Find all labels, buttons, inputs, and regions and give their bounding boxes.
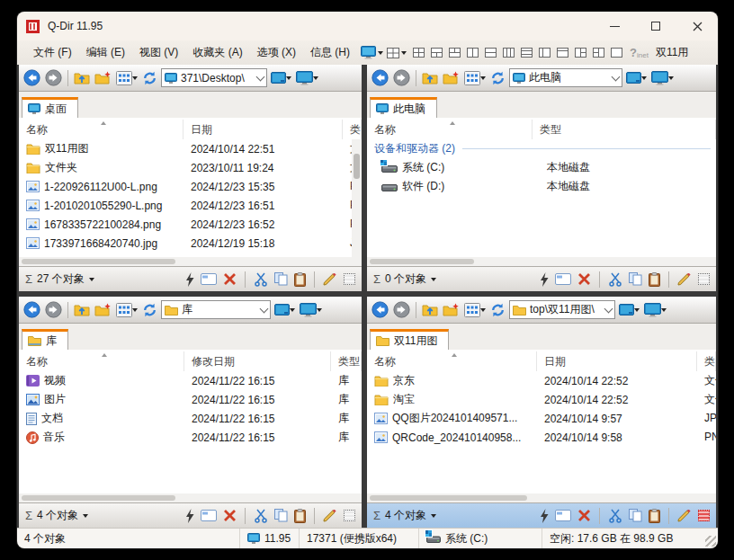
format-button[interactable] bbox=[323, 273, 337, 286]
cut-button[interactable] bbox=[608, 272, 622, 287]
rename-button[interactable] bbox=[201, 510, 217, 521]
column-date[interactable]: 日期 bbox=[537, 351, 697, 371]
file-row[interactable]: 1-220926112U00-L.png 2024/12/23 15:35 PN… bbox=[19, 177, 362, 196]
folder-view-small-button[interactable] bbox=[270, 71, 292, 84]
up-folder-button[interactable] bbox=[73, 302, 91, 317]
copy-button[interactable] bbox=[629, 509, 642, 522]
format-button[interactable] bbox=[323, 510, 337, 522]
tab-double11-images[interactable]: 双11用图 bbox=[370, 329, 449, 350]
address-bar[interactable]: top\双11用图\ bbox=[509, 300, 615, 319]
cut-button[interactable] bbox=[608, 509, 622, 523]
refresh-button[interactable] bbox=[489, 70, 506, 86]
layout-quad-dropdown-button[interactable] bbox=[387, 48, 407, 58]
layout-preset-12-button[interactable] bbox=[611, 48, 622, 58]
menu-file[interactable]: 文件 (F) bbox=[26, 42, 79, 63]
paste-button[interactable] bbox=[294, 509, 306, 523]
selection-grid-button[interactable] bbox=[698, 273, 710, 285]
delete-button[interactable] bbox=[577, 272, 591, 286]
up-folder-button[interactable] bbox=[73, 70, 91, 85]
folder-view-small-button[interactable] bbox=[625, 71, 648, 84]
forward-button[interactable] bbox=[44, 300, 63, 319]
library-row[interactable]: 图片 2024/11/22 16:15 库 bbox=[19, 390, 362, 409]
layout-preset-7-button[interactable] bbox=[521, 48, 533, 58]
views-button[interactable] bbox=[115, 70, 139, 86]
forward-button[interactable] bbox=[392, 68, 411, 87]
refresh-button[interactable] bbox=[141, 70, 158, 86]
rename-button[interactable] bbox=[555, 510, 571, 521]
column-type[interactable]: 类型 bbox=[697, 351, 716, 371]
back-button[interactable] bbox=[22, 300, 41, 319]
library-row[interactable]: 视频 2024/11/22 16:15 库 bbox=[19, 371, 362, 390]
refresh-button[interactable] bbox=[489, 302, 506, 318]
group-header[interactable]: 设备和驱动器 (2) bbox=[367, 139, 716, 158]
actions-button[interactable] bbox=[185, 272, 194, 287]
layout-preset-1-button[interactable] bbox=[413, 48, 425, 58]
format-button[interactable] bbox=[677, 273, 692, 286]
cut-button[interactable] bbox=[254, 272, 268, 287]
chevron-down-icon[interactable] bbox=[431, 514, 436, 518]
cut-button[interactable] bbox=[254, 509, 268, 523]
views-button[interactable] bbox=[115, 302, 139, 318]
column-date[interactable]: 修改日期 bbox=[184, 351, 331, 371]
layout-preset-2-button[interactable] bbox=[431, 48, 443, 58]
column-name[interactable]: 名称 bbox=[19, 120, 184, 139]
folder-view-small-button[interactable] bbox=[618, 303, 640, 316]
up-folder-button[interactable] bbox=[421, 70, 439, 85]
column-type[interactable]: 类型 bbox=[331, 351, 362, 371]
delete-button[interactable] bbox=[223, 272, 237, 286]
delete-button[interactable] bbox=[577, 509, 591, 522]
close-button[interactable] bbox=[676, 12, 718, 40]
horizontal-scrollbar[interactable] bbox=[19, 257, 362, 266]
folder-view-large-button[interactable] bbox=[299, 302, 323, 318]
column-type[interactable]: 类型 bbox=[533, 120, 716, 139]
layout-preset-5-button[interactable] bbox=[485, 48, 497, 58]
up-folder-button[interactable] bbox=[421, 302, 439, 317]
new-folder-button[interactable] bbox=[94, 302, 112, 317]
menu-favorites[interactable]: 收藏夹 (A) bbox=[185, 42, 249, 63]
file-row[interactable]: 1678335722100284.png 2024/12/23 16:52 PN… bbox=[19, 215, 362, 234]
layout-preset-3-button[interactable] bbox=[449, 48, 461, 58]
column-name[interactable]: 名称 bbox=[19, 351, 184, 371]
address-bar[interactable]: 库 bbox=[161, 300, 271, 319]
refresh-button[interactable] bbox=[141, 302, 158, 318]
actions-button[interactable] bbox=[540, 272, 549, 287]
rename-button[interactable] bbox=[555, 273, 571, 285]
menu-view[interactable]: 视图 (V) bbox=[132, 42, 185, 63]
delete-button[interactable] bbox=[223, 509, 237, 522]
scrollbar-thumb[interactable] bbox=[370, 495, 527, 501]
file-row[interactable]: QQ图片2024101409571... 2024/10/14 9:57 JPE… bbox=[367, 409, 716, 428]
paste-button[interactable] bbox=[649, 272, 660, 287]
layout-preset-11-button[interactable] bbox=[593, 48, 604, 58]
address-bar[interactable]: 此电脑 bbox=[509, 68, 622, 87]
scrollbar-thumb[interactable] bbox=[22, 495, 175, 501]
inet-help-button[interactable]: ?inet bbox=[630, 47, 649, 59]
horizontal-scrollbar[interactable] bbox=[19, 493, 362, 502]
actions-button[interactable] bbox=[185, 509, 194, 523]
copy-button[interactable] bbox=[629, 272, 642, 286]
scrollbar-thumb[interactable] bbox=[22, 259, 175, 264]
scrollbar-thumb[interactable] bbox=[354, 154, 360, 179]
back-button[interactable] bbox=[371, 68, 389, 87]
vertical-scrollbar[interactable] bbox=[352, 139, 362, 257]
rename-button[interactable] bbox=[201, 273, 217, 285]
new-folder-button[interactable] bbox=[94, 70, 112, 85]
file-row[interactable]: QRCode_202410140958... 2024/10/14 9:58 P… bbox=[367, 428, 716, 447]
resize-grip[interactable] bbox=[705, 536, 716, 547]
forward-button[interactable] bbox=[44, 68, 63, 87]
format-button[interactable] bbox=[677, 510, 692, 522]
selection-grid-button[interactable] bbox=[344, 273, 355, 285]
tab-this-pc[interactable]: 此电脑 bbox=[370, 97, 437, 118]
column-name[interactable]: 名称 bbox=[367, 351, 537, 371]
maximize-button[interactable] bbox=[635, 12, 676, 40]
menu-info[interactable]: 信息 (H) bbox=[303, 42, 357, 63]
drive-row[interactable]: 软件 (D:) 本地磁盘 bbox=[367, 177, 716, 196]
tab-libraries[interactable]: 库 bbox=[22, 329, 68, 350]
address-bar[interactable]: 371\Desktop\ bbox=[161, 68, 267, 87]
layout-preset-10-button[interactable] bbox=[575, 48, 586, 58]
column-type[interactable]: 类型 bbox=[343, 120, 362, 139]
layout-preset-8-button[interactable] bbox=[539, 48, 550, 58]
file-row[interactable]: 双11用图 2024/10/14 22:51 文件夹 bbox=[19, 139, 362, 158]
file-row[interactable]: 文件夹 2023/10/11 19:24 文件夹 bbox=[19, 158, 362, 177]
layout-preset-4-button[interactable] bbox=[467, 48, 479, 58]
layout-preset-9-button[interactable] bbox=[557, 48, 568, 58]
